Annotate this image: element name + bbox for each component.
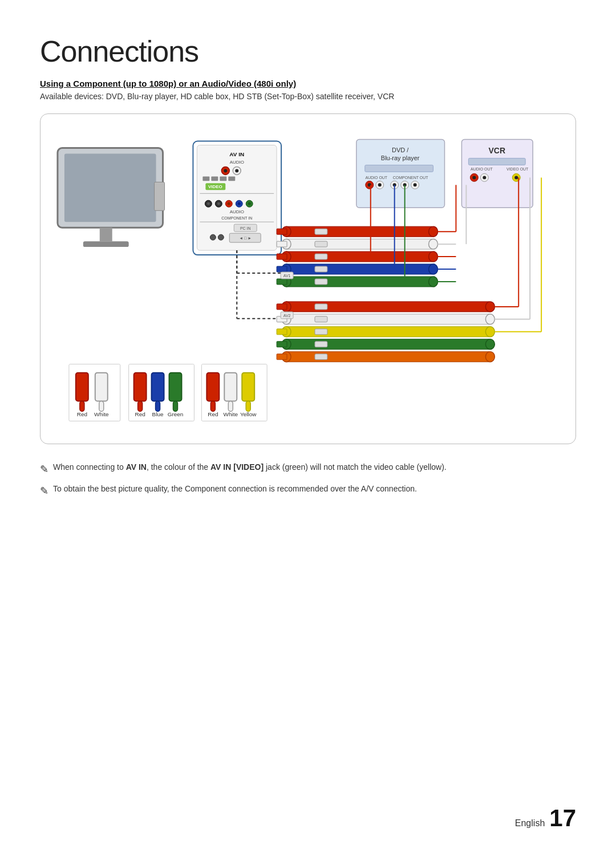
svg-rect-95: [277, 329, 287, 335]
svg-point-35: [210, 234, 216, 240]
page-content: Connections Using a Component (up to 108…: [0, 0, 616, 539]
svg-text:Red: Red: [77, 411, 87, 417]
section-heading: Using a Component (up to 1080p) or an Au…: [40, 79, 576, 88]
svg-rect-87: [277, 266, 287, 272]
svg-rect-155: [173, 401, 178, 412]
svg-rect-165: [246, 401, 250, 412]
svg-point-21: [207, 202, 210, 205]
svg-text:VIDEO OUT: VIDEO OUT: [506, 167, 529, 171]
legend-group-audio-av: Red White: [69, 364, 120, 421]
svg-text:Red: Red: [135, 411, 145, 417]
svg-point-25: [228, 202, 230, 205]
svg-rect-91: [277, 304, 287, 310]
svg-text:Green: Green: [168, 411, 184, 417]
svg-point-110: [429, 226, 438, 237]
svg-rect-151: [152, 373, 164, 401]
svg-rect-70: [285, 226, 433, 237]
footer-language: English: [515, 818, 545, 828]
svg-rect-83: [277, 241, 287, 247]
svg-rect-2: [100, 228, 112, 241]
svg-point-126: [485, 314, 495, 324]
svg-point-27: [238, 202, 241, 205]
svg-text:COMPONENT OUT: COMPONENT OUT: [393, 176, 429, 180]
svg-rect-72: [285, 251, 433, 262]
svg-text:DVD /: DVD /: [392, 147, 409, 153]
svg-point-11: [224, 169, 227, 172]
svg-rect-106: [315, 316, 327, 322]
svg-text:Blue: Blue: [152, 411, 164, 417]
svg-text:COMPONENT IN: COMPONENT IN: [221, 216, 252, 220]
svg-rect-3: [83, 241, 129, 247]
svg-point-36: [218, 234, 224, 240]
svg-rect-104: [315, 279, 327, 285]
page-title: Connections: [40, 34, 576, 68]
svg-rect-74: [285, 277, 433, 287]
svg-point-128: [485, 339, 495, 350]
notes-section: ✎ When connecting to AV IN, the colour o…: [40, 461, 576, 499]
svg-point-12: [235, 169, 238, 172]
dvd-box: DVD / Blu-ray player AUDIO OUT COMPONENT…: [356, 140, 445, 208]
note-text-1: When connecting to AV IN, the colour of …: [53, 461, 447, 473]
svg-text:AUDIO OUT: AUDIO OUT: [365, 176, 387, 180]
svg-point-58: [414, 183, 417, 186]
diagram-svg: AV IN AUDIO VIDEO: [40, 114, 576, 444]
svg-rect-144: [95, 373, 108, 401]
svg-rect-85: [277, 254, 287, 259]
svg-rect-162: [228, 401, 233, 412]
svg-point-67: [483, 176, 486, 179]
svg-rect-103: [315, 266, 327, 272]
svg-rect-108: [315, 342, 327, 347]
svg-rect-101: [315, 241, 327, 247]
svg-text:Blu-ray player: Blu-ray player: [381, 155, 420, 161]
note-icon-1: ✎: [40, 462, 48, 477]
svg-rect-141: [76, 373, 88, 401]
svg-text:VIDEO: VIDEO: [208, 184, 222, 189]
svg-rect-1: [64, 153, 156, 222]
svg-rect-100: [315, 229, 327, 234]
svg-rect-4: [155, 182, 165, 210]
svg-text:Yellow: Yellow: [240, 411, 257, 417]
svg-rect-102: [315, 254, 327, 259]
svg-rect-148: [134, 373, 147, 401]
av-in-panel: AV IN AUDIO VIDEO: [197, 145, 277, 251]
svg-rect-71: [285, 239, 433, 249]
svg-rect-89: [277, 279, 287, 285]
svg-text:VCR: VCR: [489, 146, 506, 155]
legend-group-component: Red Blue Green: [129, 364, 194, 421]
svg-text:AUDIO: AUDIO: [230, 209, 244, 214]
svg-point-129: [485, 352, 495, 362]
svg-rect-159: [210, 401, 215, 412]
svg-rect-142: [80, 401, 84, 412]
svg-rect-152: [156, 401, 160, 412]
svg-rect-73: [285, 264, 433, 274]
svg-point-65: [472, 176, 476, 179]
svg-rect-158: [206, 373, 219, 401]
svg-rect-81: [277, 229, 287, 234]
svg-text:AV2: AV2: [283, 314, 291, 318]
svg-point-69: [514, 176, 518, 179]
svg-rect-16: [228, 176, 235, 181]
svg-text:AV IN: AV IN: [229, 151, 244, 157]
svg-point-112: [429, 251, 438, 262]
svg-rect-97: [277, 342, 287, 347]
svg-rect-15: [220, 176, 226, 181]
svg-point-23: [217, 202, 220, 205]
note-item-2: ✎ To obtain the best picture quality, th…: [40, 483, 576, 499]
vcr-box: VCR AUDIO OUT VIDEO OUT: [461, 140, 533, 208]
svg-rect-61: [468, 158, 525, 165]
note-icon-2: ✎: [40, 484, 48, 499]
svg-point-52: [378, 183, 382, 186]
svg-text:AUDIO: AUDIO: [230, 160, 244, 165]
section-subtitle: Available devices: DVD, Blu-ray player, …: [40, 92, 576, 101]
svg-rect-161: [224, 373, 237, 401]
diagram-box: AV IN AUDIO VIDEO: [40, 113, 576, 444]
svg-text:AUDIO OUT: AUDIO OUT: [471, 167, 493, 171]
legend-group-av: Red White Yellow: [201, 364, 267, 421]
svg-rect-154: [169, 373, 182, 401]
svg-text:White: White: [94, 411, 109, 417]
note-item-1: ✎ When connecting to AV IN, the colour o…: [40, 461, 576, 477]
svg-text:AV1: AV1: [283, 274, 291, 278]
svg-rect-99: [277, 354, 287, 360]
svg-rect-107: [315, 329, 327, 335]
svg-point-127: [485, 327, 495, 337]
